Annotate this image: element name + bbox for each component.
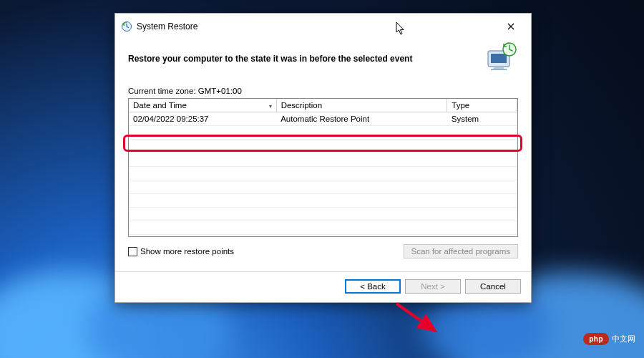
show-more-restore-points-checkbox[interactable]: Show more restore points xyxy=(128,247,234,256)
svg-rect-4 xyxy=(491,69,507,70)
table-row: . xyxy=(129,180,517,194)
cell-description: Automatic Restore Point xyxy=(276,112,447,126)
back-label: < Back xyxy=(360,282,385,291)
cancel-button[interactable]: Cancel xyxy=(465,279,521,294)
column-header-description[interactable]: Description xyxy=(276,99,447,112)
system-restore-dialog: System Restore Restore your computer to … xyxy=(114,13,532,303)
table-row: . xyxy=(129,221,517,235)
system-restore-icon xyxy=(121,21,132,32)
svg-rect-2 xyxy=(491,54,507,63)
watermark: php 中文网 xyxy=(583,333,635,345)
table-row: . xyxy=(129,153,517,167)
sort-caret-icon: ▾ xyxy=(269,103,272,110)
checkbox-box-icon xyxy=(128,247,137,256)
cancel-label: Cancel xyxy=(480,282,506,291)
show-more-label: Show more restore points xyxy=(140,247,234,256)
dialog-content: Restore your computer to the state it wa… xyxy=(115,38,531,266)
next-button[interactable]: Next > xyxy=(405,279,461,294)
column-header-type[interactable]: Type xyxy=(447,99,517,112)
table-row[interactable]: 02/04/2022 09:25:37 Automatic Restore Po… xyxy=(129,112,517,126)
column-header-description-label: Description xyxy=(281,101,323,110)
cell-type: System xyxy=(447,112,517,126)
restore-points-table: Date and Time ▾ Description Type 02/04/2… xyxy=(129,99,517,235)
table-row: . xyxy=(129,194,517,208)
cell-date: 02/04/2022 09:25:37 xyxy=(129,112,276,126)
timezone-label: Current time zone: GMT+01:00 xyxy=(128,87,518,95)
scan-label: Scan for affected programs xyxy=(411,247,511,256)
column-header-date[interactable]: Date and Time ▾ xyxy=(129,99,276,112)
restore-points-table-wrap: Date and Time ▾ Description Type 02/04/2… xyxy=(128,98,518,237)
page-heading: Restore your computer to the state it wa… xyxy=(128,51,484,64)
column-header-type-label: Type xyxy=(452,101,469,110)
close-button[interactable] xyxy=(497,18,525,35)
back-button[interactable]: < Back xyxy=(345,279,401,294)
table-row: . xyxy=(129,167,517,180)
watermark-suffix: 中文网 xyxy=(612,334,635,344)
next-label: Next > xyxy=(421,282,445,291)
table-row: . xyxy=(129,126,517,140)
column-header-date-label: Date and Time xyxy=(133,101,187,110)
svg-rect-3 xyxy=(494,67,504,69)
table-row: . xyxy=(129,140,517,153)
dialog-footer: < Back Next > Cancel xyxy=(115,271,531,302)
window-title: System Restore xyxy=(137,21,497,32)
table-row: . xyxy=(129,208,517,221)
titlebar: System Restore xyxy=(115,14,531,38)
scan-affected-programs-button: Scan for affected programs xyxy=(404,244,519,258)
watermark-brand: php xyxy=(583,333,609,345)
restore-hero-icon xyxy=(484,41,518,74)
